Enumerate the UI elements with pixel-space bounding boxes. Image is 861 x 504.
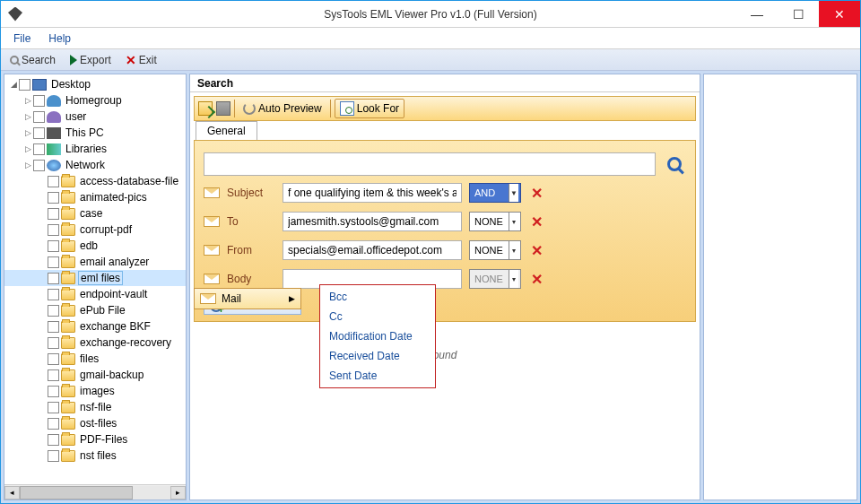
- tree-item[interactable]: ePub File: [4, 302, 186, 318]
- tree-hscrollbar[interactable]: ◂ ▸: [4, 484, 186, 500]
- tree-item[interactable]: nsf-file: [4, 399, 186, 415]
- tree-item[interactable]: PDF-Files: [4, 431, 186, 448]
- submenu-item[interactable]: Received Date: [320, 346, 435, 366]
- scroll-thumb[interactable]: [20, 486, 133, 500]
- checkbox[interactable]: [48, 176, 59, 187]
- minimize-button[interactable]: —: [736, 1, 778, 27]
- checkbox[interactable]: [48, 289, 59, 300]
- net-icon: [47, 160, 61, 171]
- close-button[interactable]: ✕: [819, 1, 860, 27]
- from-input[interactable]: [283, 240, 462, 260]
- tree-item[interactable]: ost-files: [4, 415, 186, 431]
- checkbox[interactable]: [48, 337, 59, 349]
- checkbox[interactable]: [33, 95, 45, 107]
- to-input[interactable]: [283, 212, 462, 231]
- remove-to[interactable]: ✕: [528, 213, 545, 230]
- toolbar-exit[interactable]: ✕ Exit: [120, 52, 162, 68]
- remove-subject[interactable]: ✕: [528, 185, 545, 202]
- tree-label: email analyzer: [78, 256, 151, 268]
- checkbox[interactable]: [48, 208, 59, 220]
- to-operator[interactable]: NONE▾: [469, 212, 521, 231]
- tree-item[interactable]: edb: [4, 238, 186, 254]
- save-button[interactable]: [216, 101, 230, 116]
- folder-tree[interactable]: ◢Desktop▷Homegroup▷user▷This PC▷Librarie…: [4, 74, 186, 484]
- tree-item[interactable]: ▷Homegroup: [4, 92, 186, 109]
- tree-item[interactable]: gmail-backup: [4, 367, 186, 383]
- tree-label: animated-pics: [78, 191, 149, 204]
- tree-item[interactable]: endpoint-vault: [4, 286, 186, 302]
- checkbox[interactable]: [33, 111, 45, 123]
- auto-preview-button[interactable]: Auto Preview: [239, 100, 326, 117]
- checkbox[interactable]: [33, 127, 45, 139]
- submenu-item[interactable]: Cc: [320, 307, 435, 326]
- expand-icon[interactable]: ▷: [22, 161, 33, 169]
- toolbar-export[interactable]: Export: [65, 52, 117, 68]
- checkbox[interactable]: [48, 192, 59, 204]
- expand-icon[interactable]: ▷: [22, 128, 33, 137]
- subject-input[interactable]: [283, 183, 462, 203]
- search-input[interactable]: [204, 152, 656, 176]
- tree-item[interactable]: ▷Network: [4, 157, 186, 173]
- checkbox[interactable]: [33, 143, 45, 155]
- checkbox[interactable]: [48, 434, 59, 446]
- submenu-item[interactable]: Modification Date: [320, 326, 435, 346]
- menu-file[interactable]: File: [13, 32, 30, 45]
- people-icon: [47, 95, 61, 107]
- checkbox[interactable]: [33, 160, 45, 171]
- tree-item[interactable]: files: [4, 351, 186, 367]
- checkbox[interactable]: [48, 321, 59, 333]
- tree-label: eml files: [78, 271, 123, 285]
- folder-icon: [61, 337, 75, 349]
- checkbox[interactable]: [48, 369, 59, 381]
- checkbox[interactable]: [48, 353, 59, 365]
- tree-item[interactable]: exchange-recovery: [4, 335, 186, 351]
- remove-body[interactable]: ✕: [528, 271, 545, 288]
- checkbox[interactable]: [48, 450, 59, 462]
- toolbar-search[interactable]: Search: [4, 52, 61, 68]
- maximize-button[interactable]: ☐: [778, 1, 819, 27]
- checkbox[interactable]: [48, 386, 59, 397]
- checkbox[interactable]: [48, 305, 59, 317]
- scroll-left-button[interactable]: ◂: [4, 486, 20, 500]
- checkbox[interactable]: [48, 256, 59, 268]
- tree-item[interactable]: nst files: [4, 448, 186, 464]
- tree-root[interactable]: ◢Desktop: [4, 76, 186, 92]
- tree-item[interactable]: case: [4, 205, 186, 222]
- look-for-button[interactable]: Look For: [335, 99, 404, 118]
- subject-operator[interactable]: AND▼: [469, 183, 521, 203]
- tab-general[interactable]: General: [196, 121, 257, 140]
- checkbox[interactable]: [48, 402, 59, 413]
- collapse-icon[interactable]: ◢: [8, 80, 19, 89]
- checkbox[interactable]: [48, 224, 59, 236]
- expand-icon[interactable]: ▷: [22, 96, 33, 105]
- tree-item[interactable]: exchange BKF: [4, 318, 186, 335]
- from-operator[interactable]: NONE▾: [469, 240, 521, 260]
- tree-item[interactable]: access-database-file: [4, 173, 186, 189]
- tree-item[interactable]: ▷user: [4, 109, 186, 125]
- tree-item[interactable]: animated-pics: [4, 189, 186, 205]
- open-button[interactable]: [198, 101, 213, 116]
- tree-item[interactable]: eml files: [4, 270, 186, 286]
- search-button[interactable]: [663, 152, 686, 176]
- remove-from[interactable]: ✕: [528, 242, 545, 259]
- checkbox[interactable]: [48, 240, 59, 252]
- tree-item[interactable]: ▷Libraries: [4, 141, 186, 157]
- menu-help[interactable]: Help: [48, 32, 71, 45]
- checkbox[interactable]: [48, 418, 59, 430]
- submenu-item[interactable]: Bcc: [320, 287, 435, 307]
- desktop-icon: [32, 79, 47, 91]
- tree-item[interactable]: images: [4, 383, 186, 399]
- tree-item[interactable]: email analyzer: [4, 254, 186, 270]
- scroll-right-button[interactable]: ▸: [170, 486, 186, 500]
- checkbox[interactable]: [48, 273, 59, 284]
- expand-icon[interactable]: ▷: [22, 112, 33, 121]
- scroll-track[interactable]: [20, 486, 170, 500]
- submenu-item[interactable]: Sent Date: [320, 366, 435, 386]
- expand-icon[interactable]: ▷: [22, 144, 33, 153]
- body-operator[interactable]: NONE▾: [469, 269, 521, 289]
- folder-icon: [61, 305, 75, 317]
- menu-mail[interactable]: Mail ▶: [195, 289, 300, 308]
- tree-item[interactable]: corrupt-pdf: [4, 222, 186, 238]
- checkbox[interactable]: [19, 79, 30, 91]
- tree-item[interactable]: ▷This PC: [4, 125, 186, 141]
